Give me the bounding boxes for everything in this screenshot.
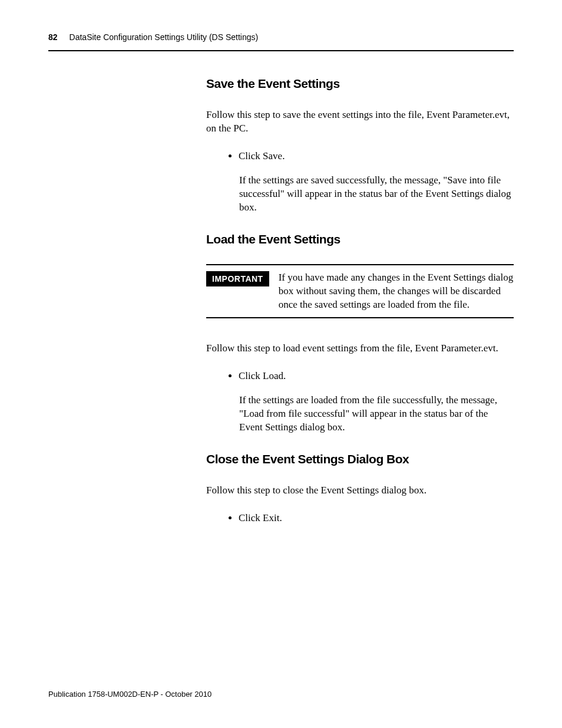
running-head: DataSite Configuration Settings Utility … (70, 32, 259, 42)
header-rule (48, 50, 514, 51)
paragraph-save-result: If the settings are saved successfully, … (239, 174, 514, 215)
callout-text-important: If you have made any changes in the Even… (279, 271, 514, 312)
list-item-click-save: Click Save. (239, 150, 514, 163)
page-header: 82 DataSite Configuration Settings Utili… (48, 32, 514, 45)
callout-tag-important: IMPORTANT (206, 271, 269, 286)
paragraph-save-intro: Follow this step to save the event setti… (206, 108, 514, 136)
page-footer: Publication 1758-UM002D-EN-P - October 2… (48, 690, 211, 699)
list-item-click-load: Click Load. (239, 370, 514, 383)
paragraph-close-intro: Follow this step to close the Event Sett… (206, 484, 514, 498)
heading-load-event-settings: Load the Event Settings (206, 232, 514, 246)
callout-important: IMPORTANT If you have made any changes i… (206, 264, 514, 319)
list-close-step: Click Exit. (206, 512, 514, 525)
heading-close-event-settings: Close the Event Settings Dialog Box (206, 452, 514, 466)
list-item-click-exit: Click Exit. (239, 512, 514, 525)
document-page: 82 DataSite Configuration Settings Utili… (0, 0, 562, 728)
publication-reference: Publication 1758-UM002D-EN-P - October 2… (48, 690, 211, 699)
list-load-step: Click Load. (206, 370, 514, 383)
list-save-step: Click Save. (206, 150, 514, 163)
paragraph-load-result: If the settings are loaded from the file… (239, 394, 514, 434)
paragraph-load-intro: Follow this step to load event settings … (206, 342, 514, 355)
page-number: 82 (48, 32, 58, 42)
heading-save-event-settings: Save the Event Settings (206, 77, 514, 91)
main-content: Save the Event Settings Follow this step… (206, 77, 514, 536)
